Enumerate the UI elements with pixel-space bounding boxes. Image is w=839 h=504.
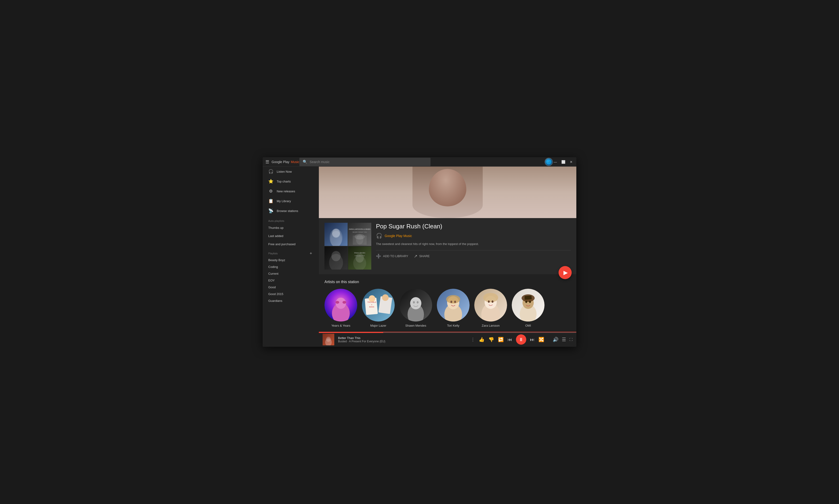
expand-button[interactable]: ⛶ [569,338,573,341]
artist-name-major-lazer: Major Lazer [370,324,387,327]
sidebar-item-thumbs-up[interactable]: Thumbs up [263,224,319,232]
add-playlist-button[interactable]: + [308,251,313,256]
artists-section-title: Artists on this station [324,280,571,284]
search-input[interactable] [310,160,427,164]
now-playing-artist: Busted · A Present For Everyone (EU) [338,340,385,343]
np-thumb-art [323,334,334,345]
minimize-button[interactable]: — [553,160,558,164]
library-icon: 📋 [268,198,273,203]
playlist-eoy[interactable]: EOY [263,277,319,284]
station-title: Pop Sugar Rush (Clean) [376,223,571,230]
svg-point-50 [488,301,490,303]
hero-background [319,167,576,218]
artist-avatar-tori-kelly [437,289,469,322]
title-bar-left: ☰ Google Play Music [266,159,299,164]
now-playing-info: Better Than This Busted · A Present For … [338,336,385,343]
queue-button[interactable]: ☰ [562,337,566,342]
svg-point-21 [336,301,339,304]
svg-text:BASS: BASS [369,306,374,308]
playlist-good-2015[interactable]: Good 2015 [263,291,319,298]
avatar-globe-icon: 🌐 [545,158,553,166]
station-source: 🎧 Google Play Music [376,233,571,239]
svg-point-28 [382,294,389,301]
share-icon: ↗ [414,254,417,259]
app-logo: Google Play Music [271,160,299,164]
artist-avatar-zara-larsson [474,289,507,322]
svg-text:TROUBLE: TROUBLE [367,301,376,303]
thumbs-down-button[interactable]: 👎 [488,337,494,342]
svg-rect-0 [324,223,347,246]
shuffle-button[interactable]: 🔀 [538,337,544,342]
now-playing-thumbnail [323,334,334,345]
auto-playlists-label: Auto-playlists [263,216,319,224]
app-window: ☰ Google Play Music 🔍 🌐 — ⬜ ✕ 🎧 Listen N… [263,157,576,347]
tori-avatar-svg [437,289,469,322]
artist-card-major-lazer[interactable]: TROUBLE & BASS Major Lazer [362,289,395,327]
playlist-beasty-boyz[interactable]: Beasty Boyz [263,257,319,264]
sidebar-item-listen-now[interactable]: 🎧 Listen Now [263,167,319,176]
next-button[interactable]: ⏭ [530,337,535,342]
previous-button[interactable]: ⏮ [507,337,512,342]
station-info: Pop Sugar Rush (Clean) 🎧 Google Play Mus… [376,223,571,259]
nav-label-new-releases: New releases [277,190,295,193]
sidebar-item-top-charts[interactable]: ⭐ Top charts [263,176,319,186]
title-bar: ☰ Google Play Music 🔍 🌐 — ⬜ ✕ [263,157,576,167]
thumbs-up-button[interactable]: 👍 [479,337,485,342]
more-options-button[interactable]: ⋮ [471,337,475,342]
main-layout: 🎧 Listen Now ⭐ Top charts ⚙ New releases… [263,167,576,347]
hamburger-icon[interactable]: ☰ [266,159,269,164]
sidebar-item-browse-stations[interactable]: 📡 Browse stations [263,206,319,216]
share-button[interactable]: ↗ SHARE [414,254,430,259]
hero-person-image [412,167,483,218]
maximize-button[interactable]: ⬜ [561,160,566,164]
svg-point-16 [356,253,364,263]
logo-music: Music [291,160,299,164]
headphone-icon: 🎧 [268,169,273,174]
content-area: ZARA LARSSON & MNEK NEVER FORGET YOU [319,167,576,332]
svg-text:&: & [371,304,372,305]
volume-button[interactable]: 🔊 [553,337,558,342]
artists-section: Artists on this station [319,274,576,332]
playlist-good[interactable]: Good [263,284,319,291]
repeat-button[interactable]: 🔁 [498,337,504,342]
zara-avatar-svg [474,289,507,322]
svg-point-59 [529,301,531,303]
window-controls: — ⬜ ✕ [553,160,573,164]
artist-card-shawn-mendes[interactable]: Shawn Mendes [399,289,432,327]
sidebar-item-my-library[interactable]: 📋 My Library [263,196,319,206]
nav-label-listen-now: Listen Now [277,170,292,174]
album-tile-4: Shawn Mendes HANDWRITTEN [348,246,371,270]
album-art-grid: ZARA LARSSON & MNEK NEVER FORGET YOU [324,223,371,270]
star-icon: ⭐ [268,179,273,184]
svg-point-36 [413,301,415,304]
now-playing-bar: Better Than This Busted · A Present For … [319,332,576,347]
playlist-guardians[interactable]: Guardians [263,298,319,304]
svg-rect-57 [524,295,532,300]
user-avatar[interactable]: 🌐 [545,158,553,166]
artist-name-years-years: Years & Years [331,324,350,327]
playlist-current[interactable]: Current [263,270,319,277]
pause-button[interactable]: ⏸ [516,335,526,345]
svg-point-51 [492,301,494,303]
sidebar: 🎧 Listen Now ⭐ Top charts ⚙ New releases… [263,167,319,347]
omi-avatar-svg [512,289,545,322]
sidebar-item-last-added[interactable]: Last added [263,232,319,240]
sidebar-item-free-purchased[interactable]: Free and purchased [263,240,319,248]
close-button[interactable]: ✕ [569,160,573,164]
playlist-coding[interactable]: Coding [263,264,319,270]
progress-bar-container[interactable] [319,332,576,333]
playback-controls: ⋮ 👍 👎 🔁 ⏮ ⏸ ⏭ 🔀 [471,335,544,345]
add-to-library-label: ADD TO LIBRARY [383,254,408,258]
play-fab-button[interactable]: ▶ [558,266,572,279]
artist-avatar-omi [512,289,545,322]
svg-point-61 [325,339,332,345]
source-name: Google Play Music [385,234,412,238]
artist-card-years-years[interactable]: Years & Years [324,289,357,327]
add-to-library-button[interactable]: ➕ ADD TO LIBRARY [376,254,408,259]
album-art-svg-4: Shawn Mendes HANDWRITTEN [348,246,371,270]
artist-card-tori-kelly[interactable]: Tori Kelly [437,289,469,327]
artist-card-zara-larsson[interactable]: Zara Larsson [474,289,507,327]
artist-card-omi[interactable]: OMI [512,289,545,327]
sidebar-item-new-releases[interactable]: ⚙ New releases [263,186,319,196]
search-bar[interactable]: 🔍 [299,158,430,166]
